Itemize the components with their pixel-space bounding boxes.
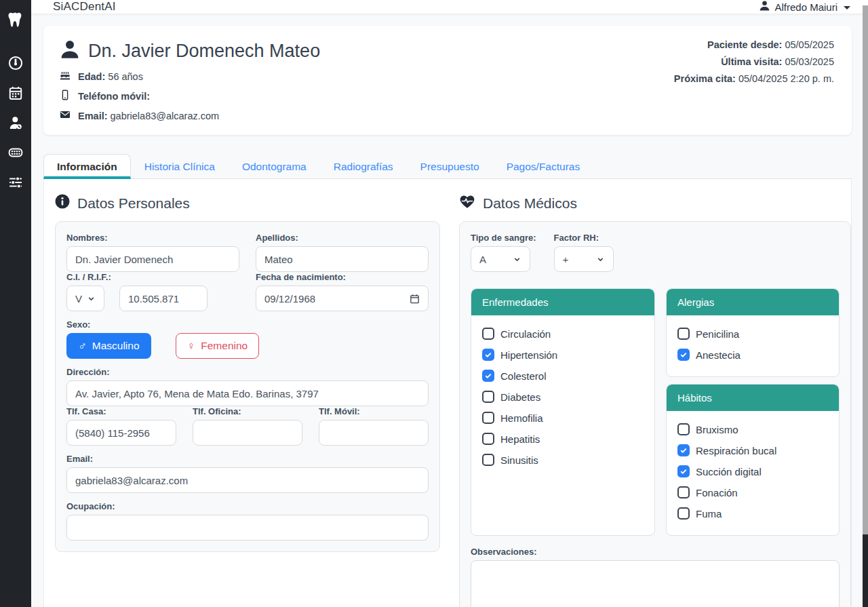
birthdate-input[interactable]: 09/12/1968 [256,286,429,311]
checkbox-label: Penicilina [696,328,739,340]
person-icon [60,39,80,62]
femenino-label: Femenino [201,340,248,352]
tab-informacion[interactable]: Información [43,154,131,179]
tab-historia-clinica[interactable]: Historia Clínica [131,154,229,179]
personal-section: Datos Personales Nombres: Apellidos: [55,194,440,552]
scrollbar-thumb[interactable] [863,5,868,534]
enfermedades-header: Enfermedades [471,289,654,315]
male-icon: ♂ [78,340,87,352]
tab-pagos-facturas[interactable]: Pagos/Facturas [493,154,594,179]
checkbox-label: Fonación [696,487,738,498]
tipo-sangre-label: Tipo de sangre: [471,233,536,243]
checkbox-icon [677,328,690,340]
checkbox-icon [482,391,494,403]
ocupacion-input[interactable] [66,515,429,541]
tab-presupuesto[interactable]: Presupuesto [407,154,493,179]
checkbox-bruxismo[interactable]: Bruxismo [677,423,828,435]
lastvisit-value: 05/03/2025 [785,56,834,67]
alergias-card: Alergias Penicilina Anesteci [666,288,840,377]
checkbox-fonacion[interactable]: Fonación [677,486,828,498]
email-input[interactable] [66,467,429,493]
lastvisit-label: Última visita: [721,56,782,67]
sidebar-item-dentures[interactable] [8,145,23,160]
patient-mobile-row: Teléfono móvil: [60,89,320,103]
nacimiento-label: Fecha de nacimiento: [256,272,429,282]
apellidos-label: Apellidos: [256,233,429,243]
sidebar-item-staff[interactable] [8,115,23,130]
checkbox-hepatitis[interactable]: Hepatitis [482,433,644,445]
personal-title: Datos Personales [77,195,190,212]
medical-section-header: Datos Médicos [459,194,851,212]
main-area: SiACDentAI Alfredo Maiuri Dn. Javier Dom… [31,0,868,607]
mobile-label: Teléfono móvil: [78,91,150,102]
checkbox-circulacion[interactable]: Circulación [482,328,644,340]
habitos-header: Hábitos [667,385,839,411]
checkbox-label: Hepatitis [500,433,540,445]
apellidos-input[interactable] [256,246,429,272]
sidebar-item-calendar[interactable] [8,85,23,100]
tab-radiografias[interactable]: Radiografías [320,154,407,179]
checkbox-label: Succión digital [696,466,762,477]
factor-rh-select[interactable]: + [554,246,614,272]
sexo-femenino-button[interactable]: ♀ Femenino [176,333,260,359]
tab-odontograma[interactable]: Odontograma [229,154,320,179]
email-label: Email: [78,111,108,121]
checkbox-label: Hemofilia [500,412,543,424]
checkbox-hipertension[interactable]: Hipertensión [482,349,644,361]
nombres-input[interactable] [66,246,239,272]
checkbox-diabetes[interactable]: Diabetes [482,391,644,403]
tipo-sangre-value: A [479,254,486,265]
patient-tabs: Información Historia Clínica Odontograma… [43,154,852,179]
since-label: Paciente desde: [707,39,782,50]
app-brand[interactable]: SiACDentAI [53,0,116,14]
checkbox-icon [677,444,690,456]
ocupacion-label: Ocupación: [66,501,429,511]
personal-section-header: Datos Personales [55,194,440,212]
tlf-casa-label: Tlf. Casa: [66,406,176,416]
direccion-input[interactable] [66,380,429,406]
sexo-masculino-button[interactable]: ♂ Masculino [66,333,151,359]
female-icon: ♀ [187,340,196,352]
email-value: gabriela83@alcaraz.com [111,111,220,121]
tlf-movil-input[interactable] [319,420,429,446]
age-label: Edad: [78,71,105,82]
checkbox-icon [482,412,494,424]
patient-summary: Dn. Javier Domenech Mateo Edad: 56 años [60,39,320,123]
checkbox-respiracion-bucal[interactable]: Respiración bucal [677,444,828,456]
ci-type-select[interactable]: V [66,286,104,311]
checkbox-colesterol[interactable]: Colesterol [482,370,644,382]
checkbox-succion-digital[interactable]: Succión digital [677,465,828,477]
sidebar-item-dashboard[interactable] [8,56,23,71]
sidebar-item-settings[interactable] [8,175,23,190]
checkbox-hemofilia[interactable]: Hemofilia [482,412,644,424]
observaciones-textarea[interactable] [471,560,840,607]
checkbox-label: Fuma [696,508,722,520]
tlf-casa-input[interactable] [66,420,176,446]
factor-rh-label: Factor RH: [554,233,614,243]
observaciones-label: Observaciones: [471,547,840,557]
checkbox-sinusitis[interactable]: Sinusitis [482,454,644,466]
masculino-label: Masculino [92,340,140,352]
checkbox-fuma[interactable]: Fuma [677,507,828,520]
checkbox-label: Circulación [500,328,551,340]
app-logo[interactable] [7,7,24,35]
tlf-oficina-label: Tlf. Oficina: [193,406,302,416]
ci-number-input[interactable] [119,286,208,311]
checkbox-icon [482,370,494,382]
user-icon [759,0,770,14]
checkbox-anestecia[interactable]: Anestecia [677,349,828,361]
medical-title: Datos Médicos [483,195,577,212]
patient-email-row: Email: gabriela83@alcaraz.com [60,109,320,123]
ci-label: C.I. / R.I.F.: [66,272,239,282]
sidebar [0,0,31,607]
heart-pulse-icon [459,194,475,212]
patient-header-card: Dn. Javier Domenech Mateo Edad: 56 años [43,26,852,135]
tipo-sangre-select[interactable]: A [471,246,530,272]
checkbox-penicilina[interactable]: Penicilina [677,328,828,340]
checkbox-icon [482,433,494,445]
tlf-oficina-input[interactable] [193,420,302,446]
user-menu[interactable]: Alfredo Maiuri [759,0,850,14]
checkbox-icon [677,465,690,477]
page-scrollbar[interactable] [863,0,868,607]
checkbox-label: Anestecia [696,349,741,361]
